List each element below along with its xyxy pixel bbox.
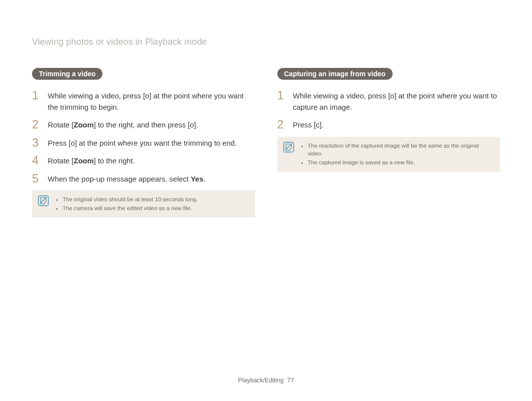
column-left: Trimming a video 1 While viewing a video… [32, 68, 255, 217]
step-item: 2 Press [c]. [277, 119, 500, 131]
note-icon [283, 142, 294, 153]
step-text: When the pop-up message appears, select … [48, 173, 205, 185]
footer-section: Playback/Editing [238, 377, 283, 384]
step-number: 2 [32, 119, 41, 130]
step-text: Rotate [Zoom] to the right. [48, 154, 135, 167]
step-item: 4 Rotate [Zoom] to the right. [32, 154, 255, 167]
note-item: The camera will save the edited video as… [63, 204, 198, 213]
step-text: While viewing a video, press [o] at the … [48, 90, 255, 113]
step-text: While viewing a video, press [o] at the … [293, 90, 500, 113]
page-footer: Playback/Editing 77 [0, 377, 532, 384]
steps-list-right: 1 While viewing a video, press [o] at th… [277, 90, 500, 131]
note-item: The captured image is saved as a new fil… [308, 158, 495, 167]
heading-trimming: Trimming a video [32, 68, 102, 80]
step-number: 4 [32, 154, 41, 166]
note-list: The resolution of the captured image wil… [301, 142, 495, 167]
step-text: Rotate [Zoom] to the right, and then pre… [48, 119, 198, 131]
step-item: 5 When the pop-up message appears, selec… [32, 173, 255, 185]
step-number: 3 [32, 137, 41, 149]
note-list: The original video should be at least 10… [56, 195, 198, 213]
step-number: 2 [277, 119, 286, 130]
step-number: 5 [32, 173, 41, 185]
footer-page-number: 77 [287, 377, 294, 384]
step-number: 1 [277, 90, 286, 101]
step-item: 1 While viewing a video, press [o] at th… [277, 90, 500, 113]
step-number: 1 [32, 90, 41, 101]
step-item: 1 While viewing a video, press [o] at th… [32, 90, 255, 113]
heading-capturing: Capturing an image from video [277, 68, 393, 80]
step-item: 2 Rotate [Zoom] to the right, and then p… [32, 119, 255, 131]
steps-list-left: 1 While viewing a video, press [o] at th… [32, 90, 255, 185]
note-item: The resolution of the captured image wil… [308, 142, 495, 158]
column-right: Capturing an image from video 1 While vi… [277, 68, 500, 217]
content-columns: Trimming a video 1 While viewing a video… [32, 68, 500, 217]
note-item: The original video should be at least 10… [63, 195, 198, 204]
step-text: Press [o] at the point where you want th… [48, 137, 237, 149]
manual-page: Viewing photos or videos in Playback mod… [0, 0, 532, 217]
step-item: 3 Press [o] at the point where you want … [32, 137, 255, 149]
note-box-right: The resolution of the captured image wil… [277, 137, 500, 172]
note-icon [38, 195, 49, 206]
breadcrumb: Viewing photos or videos in Playback mod… [32, 37, 500, 47]
note-box-left: The original video should be at least 10… [32, 190, 255, 217]
step-text: Press [c]. [293, 119, 324, 131]
